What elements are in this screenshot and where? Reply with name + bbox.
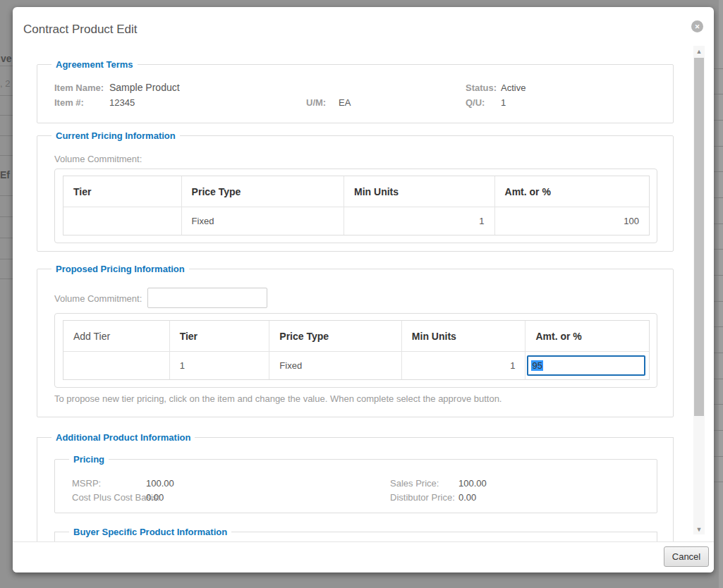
pricing-legend: Pricing	[69, 454, 109, 465]
backdrop-row-divider	[0, 155, 13, 156]
proposed-price-type-cell[interactable]: Fixed	[279, 360, 302, 371]
msrp-label: MSRP:	[72, 478, 101, 489]
current-table-header-row: Tier Price Type Min Units Amt. or %	[63, 176, 649, 207]
item-name-label: Item Name:	[54, 82, 104, 93]
buyer-specific-legend: Buyer Specific Product Information	[69, 527, 231, 537]
proposed-table-header-row: Add Tier Tier Price Type Min Units Amt. …	[63, 321, 649, 352]
additional-product-legend: Additional Product Information	[51, 432, 195, 443]
scrollbar-thumb[interactable]	[694, 58, 704, 416]
status-label: Status:	[466, 82, 497, 93]
qu-value: 1	[501, 97, 506, 108]
scroll-down-icon[interactable]: ▼	[693, 524, 705, 534]
proposed-col-min-units: Min Units	[412, 331, 456, 342]
proposed-volume-commitment-input[interactable]	[147, 288, 267, 308]
backdrop-row-divider	[0, 216, 13, 217]
current-min-units-cell: 1	[479, 216, 484, 226]
current-pricing-legend: Current Pricing Information	[51, 130, 180, 141]
distributor-price-label: Distibutor Price:	[390, 492, 455, 503]
sales-price-label: Sales Price:	[390, 478, 439, 489]
backdrop-text-fragment: Ef	[0, 169, 10, 180]
msrp-value: 100.00	[146, 478, 174, 489]
um-value: EA	[339, 97, 351, 108]
proposed-amt-input[interactable]: 95	[527, 355, 645, 376]
current-col-price-type: Price Type	[192, 186, 241, 197]
backdrop-row-divider	[0, 66, 13, 66]
selected-text: 95	[531, 360, 542, 371]
item-number-label: Item #:	[54, 97, 84, 108]
scroll-up-icon[interactable]: ▲	[693, 46, 705, 56]
backdrop-text-fragment: ve	[1, 53, 12, 64]
agreement-terms-legend: Agreement Terms	[51, 59, 138, 70]
proposed-min-units-cell[interactable]: 1	[510, 360, 515, 371]
status-value: Active	[501, 82, 525, 93]
cancel-button[interactable]: Cancel	[664, 546, 709, 567]
proposed-tier-cell[interactable]: 1	[180, 360, 185, 371]
dialog-title: Contract Product Edit	[23, 23, 138, 37]
backdrop-row-divider	[0, 115, 13, 116]
backdrop-row-divider	[0, 238, 13, 238]
current-pricing-table: Tier Price Type Min Units Amt. or % Fixe…	[63, 176, 650, 235]
backdrop-row-divider	[0, 95, 13, 96]
backdrop-text-fragment: , 2	[0, 78, 10, 89]
proposed-col-price-type: Price Type	[279, 331, 329, 342]
dialog-footer: Cancel	[13, 541, 714, 572]
proposed-pricing-legend: Proposed Pricing Information	[51, 264, 189, 274]
backdrop-row-divider	[0, 259, 13, 259]
current-col-amt: Amt. or %	[505, 186, 551, 197]
item-name-value: Sample Product	[109, 82, 180, 93]
sales-price-value: 100.00	[458, 478, 487, 489]
current-amt-cell: 100	[624, 216, 639, 226]
backdrop-row-divider	[0, 278, 13, 279]
cost-plus-value: 0.00	[146, 492, 164, 503]
proposed-pricing-table: Add Tier Tier Price Type Min Units Amt. …	[63, 320, 650, 380]
dialog-scrollbar[interactable]: ▲ ▼	[693, 46, 705, 534]
distributor-price-value: 0.00	[458, 492, 476, 503]
close-icon[interactable]: ✕	[691, 20, 703, 32]
proposed-col-tier: Tier	[180, 331, 198, 342]
proposed-col-add-tier: Add Tier	[73, 331, 110, 342]
qu-label: Q/U:	[466, 97, 485, 108]
backdrop-row-divider	[0, 135, 13, 136]
um-label: U/M:	[306, 97, 326, 108]
backdrop-page-scrollbar	[719, 0, 723, 588]
current-table-row: Fixed 1 100	[63, 207, 649, 235]
proposed-table-row: 1 Fixed 1 95	[63, 352, 649, 379]
pricing-subsection: Pricing	[54, 454, 657, 513]
buyer-specific-section: Buyer Specific Product Information	[54, 527, 657, 542]
proposed-col-amt: Amt. or %	[535, 331, 581, 342]
current-volume-commitment-label: Volume Commitment:	[54, 154, 142, 164]
backdrop-row-divider	[0, 195, 13, 196]
current-col-min-units: Min Units	[354, 186, 399, 197]
proposed-volume-commitment-label: Volume Commitment:	[54, 293, 142, 304]
current-col-tier: Tier	[73, 186, 91, 197]
proposed-pricing-note: To propose new tier pricing, click on th…	[54, 393, 502, 404]
item-number-value: 12345	[109, 97, 135, 108]
current-price-type-cell: Fixed	[192, 216, 214, 226]
contract-product-edit-dialog: Contract Product Edit ✕ Agreement Terms …	[13, 7, 714, 572]
